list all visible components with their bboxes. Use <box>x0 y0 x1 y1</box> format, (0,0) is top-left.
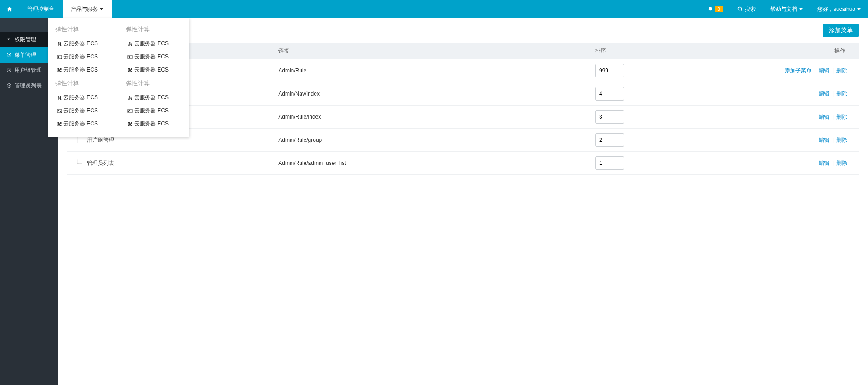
notifications-button[interactable]: 0 <box>700 0 730 18</box>
edit-link[interactable]: 编辑 <box>819 114 829 120</box>
col-sort: 排序 <box>590 43 764 59</box>
mega-group-title: 弹性计算 <box>126 77 182 91</box>
puzzle-icon <box>126 67 134 73</box>
tree-branch-icon: ├─ <box>75 137 85 143</box>
add-menu-button[interactable]: 添加菜单 <box>823 24 859 37</box>
mega-item[interactable]: 云服务器 ECS <box>55 117 112 130</box>
cell-link: Admin/Rule/index <box>273 106 590 129</box>
mega-column: 弹性计算 云服务器 ECS 云服务器 ECS 云服务器 ECS 弹性计算 云服务… <box>48 23 119 130</box>
mega-group-title: 弹性计算 <box>55 77 112 91</box>
sort-input[interactable] <box>595 110 624 124</box>
sidebar-label: 菜单管理 <box>15 51 36 59</box>
user-dropdown[interactable]: 您好，sucaihuo <box>810 0 868 18</box>
mega-item[interactable]: 云服务器 ECS <box>126 50 182 63</box>
mega-item[interactable]: 云服务器 ECS <box>126 104 182 117</box>
notify-badge: 0 <box>715 6 723 12</box>
caret-down-icon <box>857 8 861 10</box>
products-dropdown-toggle[interactable]: 产品与服务 <box>63 0 112 18</box>
sort-input[interactable] <box>595 133 624 147</box>
image-icon <box>126 108 134 114</box>
mega-item[interactable]: 云服务器 ECS <box>55 104 112 117</box>
mega-group-title: 弹性计算 <box>55 23 112 37</box>
products-label: 产品与服务 <box>71 5 98 13</box>
mega-item[interactable]: 云服务器 ECS <box>126 117 182 130</box>
cell-sort <box>590 152 764 175</box>
table-row: └─ 管理员列表Admin/Rule/admin_user_list编辑|删除 <box>67 152 859 175</box>
cell-name: └─ 管理员列表 <box>67 152 273 175</box>
sidebar-label: 管理员列表 <box>15 82 42 90</box>
tree-branch-icon: └─ <box>75 160 85 166</box>
cell-ops: 编辑|删除 <box>764 82 859 106</box>
col-link: 链接 <box>273 43 590 59</box>
cell-link: Admin/Rule/admin_user_list <box>273 152 590 175</box>
edit-link[interactable]: 编辑 <box>819 67 829 74</box>
delete-link[interactable]: 删除 <box>836 114 847 120</box>
mega-item[interactable]: 云服务器 ECS <box>126 91 182 104</box>
sort-input[interactable] <box>595 64 624 77</box>
mega-item[interactable]: 云服务器 ECS <box>55 50 112 63</box>
search-icon <box>737 6 743 12</box>
edit-link[interactable]: 编辑 <box>819 91 829 97</box>
image-icon <box>55 54 63 60</box>
home-button[interactable] <box>0 0 19 18</box>
mega-item[interactable]: 云服务器 ECS <box>55 37 112 50</box>
search-label: 搜索 <box>745 5 756 13</box>
chevron-down-icon <box>6 37 15 42</box>
caret-down-icon <box>799 8 803 10</box>
delete-link[interactable]: 删除 <box>836 160 847 166</box>
image-icon <box>126 54 134 60</box>
cell-ops: 编辑|删除 <box>764 129 859 152</box>
add-submenu-link[interactable]: 添加子菜单 <box>785 67 812 74</box>
puzzle-icon <box>126 121 134 127</box>
mega-item[interactable]: 云服务器 ECS <box>126 63 182 77</box>
delete-link[interactable]: 删除 <box>836 91 847 97</box>
target-icon <box>6 52 15 58</box>
svg-point-7 <box>9 85 10 86</box>
cell-ops: 添加子菜单|编辑|删除 <box>764 59 859 82</box>
cell-link: Admin/Rule <box>273 59 590 82</box>
caret-down-icon <box>100 8 103 10</box>
home-icon <box>6 6 13 12</box>
delete-link[interactable]: 删除 <box>836 67 847 74</box>
cell-ops: 编辑|删除 <box>764 106 859 129</box>
cell-ops: 编辑|删除 <box>764 152 859 175</box>
svg-point-0 <box>738 7 741 10</box>
menu-name: 用户组管理 <box>87 137 114 143</box>
console-link[interactable]: 管理控制台 <box>19 0 63 18</box>
edit-link[interactable]: 编辑 <box>819 160 829 166</box>
menu-name: 管理员列表 <box>87 160 114 166</box>
mega-item[interactable]: 云服务器 ECS <box>55 63 112 77</box>
menu-icon: ≡ <box>27 21 31 29</box>
help-label: 帮助与文档 <box>770 5 797 13</box>
bell-icon <box>708 6 713 12</box>
sort-input[interactable] <box>595 87 624 101</box>
sort-input[interactable] <box>595 156 624 170</box>
col-op: 操作 <box>764 43 859 59</box>
delete-link[interactable]: 删除 <box>836 137 847 143</box>
mega-item[interactable]: 云服务器 ECS <box>55 91 112 104</box>
svg-point-3 <box>9 54 10 55</box>
svg-point-5 <box>9 70 10 71</box>
svg-line-1 <box>741 10 742 12</box>
cell-link: Admin/Rule/group <box>273 129 590 152</box>
help-dropdown[interactable]: 帮助与文档 <box>763 0 810 18</box>
sidebar-label: 权限管理 <box>15 36 36 43</box>
cell-sort <box>590 106 764 129</box>
edit-link[interactable]: 编辑 <box>819 137 829 143</box>
puzzle-icon <box>55 67 63 73</box>
cell-link: Admin/Nav/index <box>273 82 590 106</box>
search-button[interactable]: 搜索 <box>730 0 763 18</box>
mega-item[interactable]: 云服务器 ECS <box>126 37 182 50</box>
puzzle-icon <box>55 121 63 127</box>
target-icon <box>6 67 15 73</box>
cell-sort <box>590 129 764 152</box>
road-icon <box>126 41 134 47</box>
target-icon <box>6 83 15 88</box>
mega-column: 弹性计算 云服务器 ECS 云服务器 ECS 云服务器 ECS 弹性计算 云服务… <box>119 23 189 130</box>
road-icon <box>55 41 63 47</box>
cell-sort <box>590 82 764 106</box>
user-greeting: 您好，sucaihuo <box>817 5 855 13</box>
sidebar-label: 用户组管理 <box>15 67 42 74</box>
mega-group-title: 弹性计算 <box>126 23 182 37</box>
products-mega-dropdown: 弹性计算 云服务器 ECS 云服务器 ECS 云服务器 ECS 弹性计算 云服务… <box>48 18 189 137</box>
